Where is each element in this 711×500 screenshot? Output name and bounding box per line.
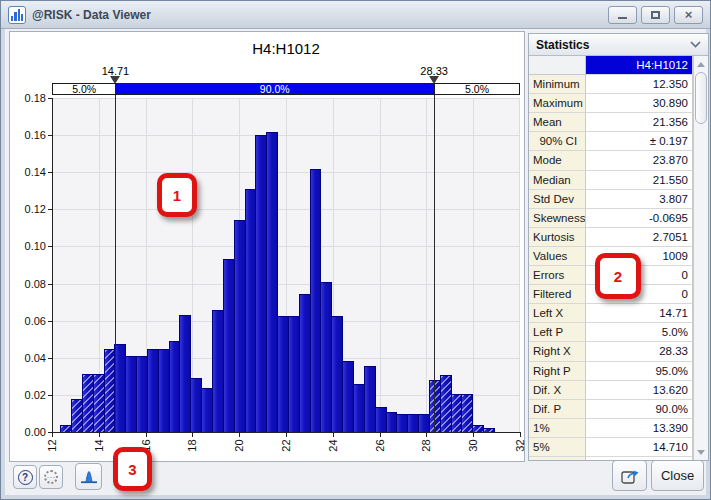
scrollbar-down-button[interactable] — [694, 446, 708, 458]
stat-label: Left P — [529, 323, 586, 342]
minimize-button[interactable] — [608, 6, 637, 24]
y-axis-label: 0.08 — [12, 278, 46, 290]
stat-label: Mode — [529, 151, 586, 170]
window-title: @RISK - Data Viewer — [32, 8, 151, 22]
gridline-horizontal — [52, 98, 520, 99]
statistics-header[interactable]: Statistics — [529, 34, 708, 56]
stats-row: Maximum30.890 — [529, 94, 693, 113]
stat-value: ± 0.197 — [586, 132, 693, 151]
minimize-icon — [618, 17, 627, 19]
stat-value: 14.710 — [586, 438, 693, 457]
chart-panel: H4:H1012 14.71 28.33 5.0% 90.0% 5.0% 0.0… — [9, 31, 525, 462]
stats-row: Kurtosis2.7051 — [529, 228, 693, 247]
scrollbar-thumb[interactable] — [695, 72, 707, 124]
up-arrow-icon — [697, 62, 705, 67]
close-icon: × — [685, 8, 693, 21]
x-axis-tick — [520, 433, 521, 437]
settings-button[interactable]: ··· — [39, 465, 63, 489]
window-controls: × — [608, 6, 703, 24]
x-axis-tick — [333, 433, 334, 437]
close-window-button[interactable]: × — [674, 6, 703, 24]
export-button[interactable] — [612, 460, 647, 491]
stat-value: 90.0% — [586, 400, 693, 419]
close-button[interactable]: Close — [651, 460, 704, 491]
stat-value: 2.7051 — [586, 228, 693, 247]
stat-value: 13.620 — [586, 381, 693, 400]
gridline-vertical — [380, 98, 381, 432]
stats-row: Dif. P90.0% — [529, 400, 693, 419]
gridline-vertical — [426, 98, 427, 432]
y-axis-line — [52, 98, 53, 433]
stats-row: Left X14.71 — [529, 304, 693, 323]
distribution-view-button[interactable] — [75, 463, 102, 490]
stat-label: Values — [529, 247, 586, 266]
stat-label: Right P — [529, 362, 586, 381]
stat-value: 21.356 — [586, 113, 693, 132]
gridline-horizontal — [52, 246, 520, 247]
export-icon — [620, 467, 640, 485]
stat-value: 12.350 — [586, 75, 693, 94]
stats-row: Median21.550 — [529, 171, 693, 190]
app-logo-icon — [8, 6, 26, 24]
stats-row: Mean21.356 — [529, 113, 693, 132]
probability-band: 5.0% 90.0% 5.0% — [52, 83, 520, 95]
stats-row: Right X28.33 — [529, 342, 693, 361]
callout-badge-2: 2 — [595, 253, 641, 299]
help-button[interactable]: ? — [13, 465, 37, 489]
stats-row: Minimum12.350 — [529, 75, 693, 94]
stat-value: 23.870 — [586, 151, 693, 170]
statistics-header-label: Statistics — [536, 38, 589, 52]
statistics-panel: Statistics H4:H1012 Minimum12.350Maximum… — [528, 33, 709, 461]
x-axis-tick — [146, 433, 147, 437]
title-bar: @RISK - Data Viewer × — [1, 1, 710, 29]
x-axis-tick — [426, 433, 427, 437]
stat-label: 5% — [529, 438, 586, 457]
gridline-horizontal — [52, 284, 520, 285]
y-axis-label: 0.16 — [12, 129, 46, 141]
stat-label: Kurtosis — [529, 228, 586, 247]
stat-value: 28.33 — [586, 342, 693, 361]
scrollbar-up-button[interactable] — [694, 58, 708, 70]
y-axis-label: 0.14 — [12, 166, 46, 178]
stat-label: Minimum — [529, 75, 586, 94]
stat-label: Skewness — [529, 209, 586, 228]
stats-column-header[interactable]: H4:H1012 — [586, 56, 693, 75]
y-axis-label: 0.04 — [12, 352, 46, 364]
y-axis-label: 0.02 — [12, 389, 46, 401]
stat-label: Dif. X — [529, 381, 586, 400]
x-axis-tick — [192, 433, 193, 437]
stats-row: 90% CI± 0.197 — [529, 132, 693, 151]
stat-label: Right X — [529, 342, 586, 361]
gridline-horizontal — [52, 135, 520, 136]
stat-value: -0.0695 — [586, 209, 693, 228]
maximize-icon — [651, 11, 660, 19]
gear-icon: ··· — [44, 470, 58, 484]
stat-value: 5.0% — [586, 323, 693, 342]
left-delimiter-handle[interactable] — [110, 76, 120, 84]
stats-row: Right P95.0% — [529, 362, 693, 381]
stat-label: 1% — [529, 419, 586, 438]
x-axis-tick — [52, 433, 53, 437]
distribution-peak-icon — [80, 469, 98, 484]
center-percent: 90.0% — [115, 83, 434, 95]
stat-label: Maximum — [529, 94, 586, 113]
maximize-button[interactable] — [641, 6, 670, 24]
stat-value: 95.0% — [586, 362, 693, 381]
stats-row: 1%13.390 — [529, 419, 693, 438]
x-axis-tick — [380, 433, 381, 437]
gridline-vertical — [473, 98, 474, 432]
histogram-plot — [52, 98, 520, 432]
callout-badge-1: 1 — [157, 173, 197, 217]
right-delimiter-handle[interactable] — [429, 76, 439, 84]
chart-title: H4:H1012 — [52, 40, 520, 57]
stat-label: Std Dev — [529, 190, 586, 209]
risk-data-viewer-window: @RISK - Data Viewer × H4:H1012 14.71 28.… — [0, 0, 711, 500]
stat-label: Median — [529, 171, 586, 190]
gridline-horizontal — [52, 172, 520, 173]
x-axis-tick — [473, 433, 474, 437]
x-axis-tick — [239, 433, 240, 437]
right-delimiter-line — [434, 95, 435, 432]
stat-label: Left X — [529, 304, 586, 323]
y-axis-label: 0.18 — [12, 92, 46, 104]
stat-value: 30.890 — [586, 94, 693, 113]
